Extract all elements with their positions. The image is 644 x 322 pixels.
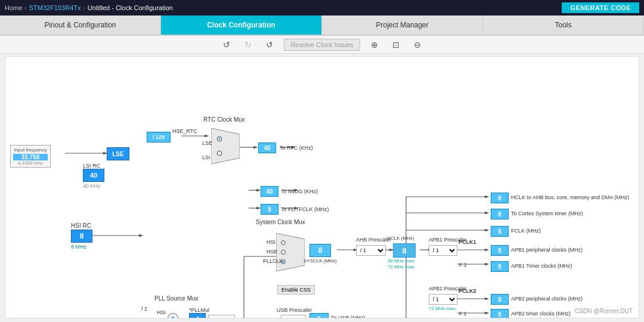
hsi-rc-label: HSI RC — [71, 222, 91, 229]
ahb-prescaler-label: AHB Prescaler — [356, 237, 391, 243]
pllclk-mux-label: PLLCLK — [263, 258, 283, 264]
enable-css-button[interactable]: Enable CSS — [277, 285, 315, 295]
lsi-rc-label: LSI RC — [83, 163, 100, 169]
apb1-per-out[interactable]: 8 — [491, 245, 509, 256]
apb1-tim-out[interactable]: 8 — [491, 261, 509, 272]
redo-button[interactable]: ↻ — [241, 39, 255, 51]
lsi-khz: 40 KHz — [83, 183, 101, 189]
apb1-x1-label: X 1 — [459, 262, 467, 268]
canvas-area: Input frequency 32.768 0-1000 KHz LSE LS… — [5, 56, 639, 318]
zoom-out-button[interactable]: ⊖ — [410, 39, 425, 51]
fclk-out[interactable]: 8 — [491, 226, 509, 237]
rtc-mux-label: RTC Clock Mux — [203, 116, 245, 123]
sysclk-value[interactable]: 8 — [309, 244, 331, 257]
hsi-mhz-label: 8 MHz — [71, 244, 86, 250]
svg-point-46 — [283, 242, 284, 244]
hse-div128[interactable]: / 128 — [147, 132, 171, 143]
watermark: CSDN @Runner.DUT — [575, 308, 633, 314]
breadcrumb-current: Untitled - Clock Configuration — [88, 4, 173, 11]
apb2-tim-out[interactable]: 8 — [491, 309, 509, 318]
lsi-value[interactable]: 40 — [83, 169, 104, 182]
resolve-clock-button: Resolve Clock Issues — [284, 39, 360, 51]
undo-button[interactable]: ↺ — [219, 39, 234, 51]
cortex-label: To Cortex System timer (MHz) — [511, 210, 583, 216]
fclk-label: FCLK (MHz) — [511, 228, 541, 234]
breadcrumb-home[interactable]: Home — [5, 4, 22, 11]
usb-prescaler-label: USB Prescaler — [277, 307, 312, 313]
usb-prescaler-select[interactable]: / 1/ 1.5 — [281, 315, 306, 318]
zoom-fit-button[interactable]: ⊕ — [367, 39, 382, 51]
apb2-max-label: 72 MHz max — [429, 306, 456, 311]
apb2-x1-label: X 1 — [459, 311, 467, 317]
iwdg-out-value[interactable]: 40 — [261, 186, 278, 197]
generate-code-button[interactable]: GENERATE CODE — [562, 2, 639, 13]
apb1-max1: 36 MHz max — [388, 258, 414, 264]
tab-project[interactable]: Project Manager — [322, 16, 483, 35]
sysclk-mhz-label: SYSCLK (MHz) — [304, 258, 337, 264]
breadcrumb-sep1: › — [24, 5, 26, 11]
apb1-tim-label: APB1 Timer clocks (MHz) — [511, 263, 572, 269]
tab-clock[interactable]: Clock Configuration — [161, 16, 322, 35]
sysclk-mux-label: System Clock Mux — [256, 219, 305, 225]
svg-point-40 — [219, 138, 221, 140]
pll-src-label: PLL Source Mux — [154, 295, 199, 302]
tab-tools[interactable]: Tools — [483, 16, 644, 35]
hclk-value[interactable]: 8 — [393, 243, 416, 258]
flit-out-value[interactable]: 8 — [261, 204, 278, 215]
hse-mux-label: HSE — [267, 249, 278, 255]
apb2-per-out[interactable]: 8 — [491, 294, 509, 305]
pll-mul-value[interactable]: 4 — [189, 313, 206, 318]
hclk-ahb-label: HCLK to AHB bus, core, memory and DMA (M… — [511, 194, 629, 200]
input-freq-lse: Input frequency 32.768 0-1000 KHz — [10, 145, 51, 168]
hsi-mux-label: HSI — [267, 239, 275, 245]
cortex-out[interactable]: 8 — [491, 209, 509, 219]
reset-button[interactable]: ↺ — [262, 39, 277, 51]
hse-rtc-label: HSE_RTC — [172, 128, 197, 134]
pll-src-hsi-circle — [168, 313, 178, 318]
lse-box[interactable]: LSE — [107, 147, 129, 160]
breadcrumb-sep2: › — [83, 5, 85, 11]
hclk-mhz-label: HCLK (MHz) — [387, 236, 414, 241]
tab-pinout[interactable]: Pinout & Configuration — [0, 16, 161, 35]
apb1-per-label: APB1 peripheral clocks (MHz) — [511, 247, 583, 253]
svg-marker-42 — [276, 233, 305, 271]
hsi-div2-label: / 2 — [141, 306, 147, 312]
lse-freq-value[interactable]: 32.768 — [13, 154, 48, 160]
apb2-prescaler-select[interactable]: / 1/ 2 — [429, 294, 457, 305]
apb1-max2: 72 MHz max — [388, 264, 414, 270]
pclk2-label: PCLK2 — [459, 288, 476, 294]
breadcrumb-chip[interactable]: STM32F103R4Tx — [29, 4, 81, 11]
rtc-out-value[interactable]: 40 — [258, 143, 276, 153]
apb2-tim-label: APB2 timer clocks (MHz) — [511, 311, 571, 317]
svg-marker-38 — [211, 128, 240, 164]
iwdg-dest-label: To IWDG (KHz) — [281, 188, 318, 194]
hsi-value-box[interactable]: 8 — [71, 230, 92, 243]
ahb-prescaler-select[interactable]: / 1/ 2/ 4 — [356, 245, 386, 256]
diagram: Input frequency 32.768 0-1000 KHz LSE LS… — [5, 57, 639, 318]
pll-mul-select[interactable]: X 2X 3X 4X 6 — [208, 315, 235, 318]
fit-button[interactable]: ⊡ — [389, 39, 403, 51]
hclk-ahb-out[interactable]: 8 — [491, 193, 509, 203]
usb-out-value[interactable]: 0 — [309, 313, 329, 318]
lsi-mux-label: LSI — [202, 154, 210, 160]
breadcrumb-bar: Home › STM32F103R4Tx › Untitled - Clock … — [0, 0, 644, 16]
flit-dest-label: To FLITFCLK (MHz) — [281, 206, 329, 212]
apb1-prescaler-select[interactable]: / 1/ 2 — [429, 245, 457, 256]
usb-dest-label: To USB (MHz) — [331, 315, 366, 318]
lse-mux-label: LSE — [202, 140, 212, 146]
pclk1-label: PCLK1 — [459, 239, 476, 245]
hsi-pll-label: HSI — [157, 309, 166, 315]
rtc-dest-label: To RTC (KHz) — [280, 145, 313, 151]
nav-tabs: Pinout & Configuration Clock Configurati… — [0, 16, 644, 36]
apb2-per-label: APB2 peripheral clocks (MHz) — [511, 296, 583, 302]
pll-mul-label: *PLLMul — [189, 307, 209, 313]
svg-point-47 — [283, 252, 284, 253]
toolbar: ↺ ↻ ↺ Resolve Clock Issues ⊕ ⊡ ⊖ — [0, 36, 644, 54]
